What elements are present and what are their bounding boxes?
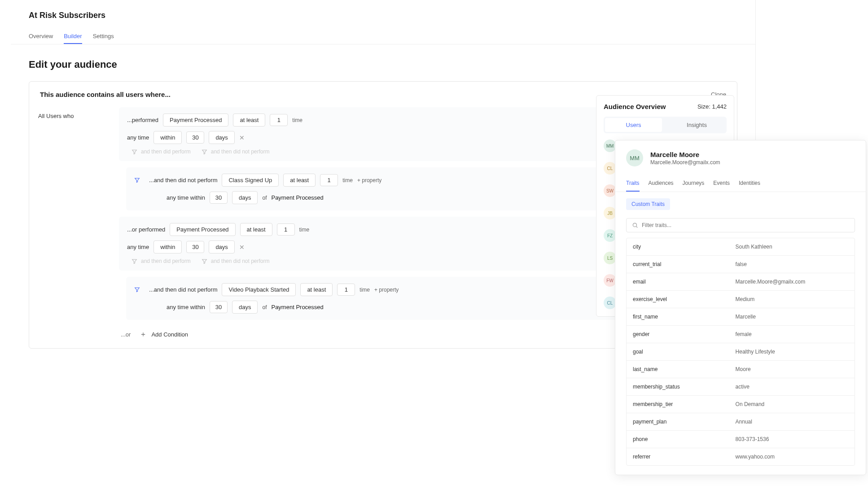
- trait-row: citySouth Kathleen: [627, 238, 855, 256]
- user-name: Marcelle Moore: [650, 151, 720, 158]
- anytime-label: any time: [127, 134, 149, 141]
- operator-selector[interactable]: at least: [233, 114, 265, 127]
- trait-key: membership_status: [627, 378, 729, 395]
- trait-value: Annual: [729, 413, 855, 430]
- within-unit[interactable]: days: [232, 301, 258, 314]
- event-selector[interactable]: Payment Processed: [163, 114, 228, 127]
- operator-selector[interactable]: at least: [300, 283, 333, 296]
- tab-builder[interactable]: Builder: [64, 29, 82, 44]
- trait-row: emailMarcelle.Moore@gmailx.com: [627, 273, 855, 291]
- trait-row: exercise_levelMedium: [627, 291, 855, 308]
- event-selector[interactable]: Video Playback Started: [222, 283, 296, 296]
- overview-tab-users[interactable]: Users: [605, 118, 662, 132]
- remove-timewindow-3[interactable]: ✕: [239, 244, 245, 251]
- within-selector[interactable]: within: [153, 240, 182, 253]
- event-selector[interactable]: Class Signed Up: [222, 174, 279, 187]
- filter-traits-input[interactable]: [642, 222, 849, 228]
- trait-row: first_nameMarcelle: [627, 308, 855, 326]
- tab-settings[interactable]: Settings: [93, 29, 114, 44]
- user-list-item[interactable]: SW: [604, 184, 616, 197]
- trait-value: On Demand: [729, 396, 855, 413]
- overview-tabs: Users Insights: [604, 117, 727, 133]
- trait-key: referrer: [627, 448, 729, 465]
- plus-icon: ＋: [140, 330, 147, 339]
- trait-key: current_trial: [627, 256, 729, 273]
- svg-line-5: [636, 227, 638, 228]
- within-unit[interactable]: days: [209, 131, 234, 144]
- of-event: Payment Processed: [271, 304, 323, 310]
- condition-prefix: ...or performed: [127, 226, 165, 233]
- user-list-item[interactable]: CL: [604, 297, 616, 309]
- of-label: of: [262, 304, 267, 310]
- user-list-item[interactable]: CL: [604, 162, 616, 175]
- user-list-item[interactable]: LS: [604, 252, 616, 264]
- user-list-item[interactable]: MM: [604, 140, 616, 152]
- ud-tab-traits[interactable]: Traits: [626, 175, 640, 192]
- within-count[interactable]: 30: [210, 192, 228, 204]
- within-unit[interactable]: days: [209, 240, 234, 253]
- remove-timewindow-1[interactable]: ✕: [239, 134, 245, 141]
- event-selector[interactable]: Payment Processed: [170, 223, 235, 236]
- count-input[interactable]: 1: [277, 223, 295, 236]
- add-condition-button[interactable]: ＋ Add Condition: [140, 330, 188, 339]
- trait-key: goal: [627, 343, 729, 360]
- trait-key: gender: [627, 326, 729, 343]
- trait-value: Moore: [729, 361, 855, 378]
- trait-row: membership_tierOn Demand: [627, 396, 855, 413]
- tab-overview[interactable]: Overview: [29, 29, 53, 44]
- overview-tab-insights[interactable]: Insights: [668, 118, 725, 132]
- ud-tab-journeys[interactable]: Journeys: [683, 175, 705, 192]
- ud-tab-identities[interactable]: Identities: [739, 175, 760, 192]
- funnel-did-perform[interactable]: and then did perform: [132, 258, 191, 264]
- overview-size: Size: 1,442: [697, 103, 727, 110]
- ud-tab-audiences[interactable]: Audiences: [649, 175, 674, 192]
- within-count[interactable]: 30: [186, 131, 204, 144]
- operator-selector[interactable]: at least: [283, 174, 316, 187]
- user-detail-panel: MM Marcelle Moore Marcelle.Moore@gmailx.…: [615, 140, 866, 475]
- within-count[interactable]: 30: [210, 301, 228, 313]
- operator-selector[interactable]: at least: [240, 223, 272, 236]
- user-list-item[interactable]: JB: [604, 207, 616, 219]
- count-input[interactable]: 1: [270, 114, 288, 126]
- condition-prefix: ...and then did not perform: [149, 177, 217, 183]
- trait-value: Marcelle.Moore@gmailx.com: [729, 273, 855, 290]
- search-icon: [632, 222, 638, 228]
- user-list-item[interactable]: FZ: [604, 229, 616, 242]
- funnel-didnot-perform[interactable]: and then did not perform: [202, 258, 270, 264]
- user-email: Marcelle.Moore@gmailx.com: [650, 159, 720, 166]
- anytime-within-label: any time within: [167, 194, 205, 201]
- add-property-2[interactable]: + property: [357, 177, 381, 183]
- overview-title: Audience Overview: [604, 103, 666, 110]
- user-list-item[interactable]: FW: [604, 274, 616, 287]
- trait-row: payment_planAnnual: [627, 413, 855, 431]
- trait-value: South Kathleen: [729, 238, 855, 255]
- trait-value: Medium: [729, 291, 855, 308]
- trait-key: last_name: [627, 361, 729, 378]
- count-input[interactable]: 1: [320, 174, 338, 186]
- filter-traits-search[interactable]: [626, 218, 855, 232]
- trait-row: goalHealthy Lifestyle: [627, 343, 855, 361]
- within-selector[interactable]: within: [153, 131, 182, 144]
- trait-value: female: [729, 326, 855, 343]
- trait-row: last_nameMoore: [627, 361, 855, 378]
- chip-custom-traits[interactable]: Custom Traits: [626, 198, 670, 210]
- of-label: of: [262, 195, 267, 201]
- within-count[interactable]: 30: [186, 241, 204, 253]
- time-suffix: time: [299, 227, 310, 233]
- main-tabs: Overview Builder Settings: [11, 29, 755, 44]
- page-title: At Risk Subscribers: [29, 11, 737, 20]
- within-unit[interactable]: days: [232, 191, 258, 204]
- all-users-label: All Users who: [29, 107, 119, 348]
- trait-key: membership_tier: [627, 396, 729, 413]
- add-property-4[interactable]: + property: [374, 287, 399, 293]
- user-detail-tabs: Traits Audiences Journeys Events Identit…: [615, 175, 866, 192]
- funnel-did-perform[interactable]: and then did perform: [132, 149, 191, 155]
- funnel-didnot-perform[interactable]: and then did not perform: [202, 149, 270, 155]
- trait-key: payment_plan: [627, 413, 729, 430]
- trait-value: 803-373-1536: [729, 431, 855, 448]
- ud-tab-events[interactable]: Events: [713, 175, 730, 192]
- anytime-within-label: any time within: [167, 304, 205, 310]
- count-input[interactable]: 1: [337, 284, 355, 296]
- trait-value: false: [729, 256, 855, 273]
- builder-header-title: This audience contains all users where..…: [40, 91, 171, 98]
